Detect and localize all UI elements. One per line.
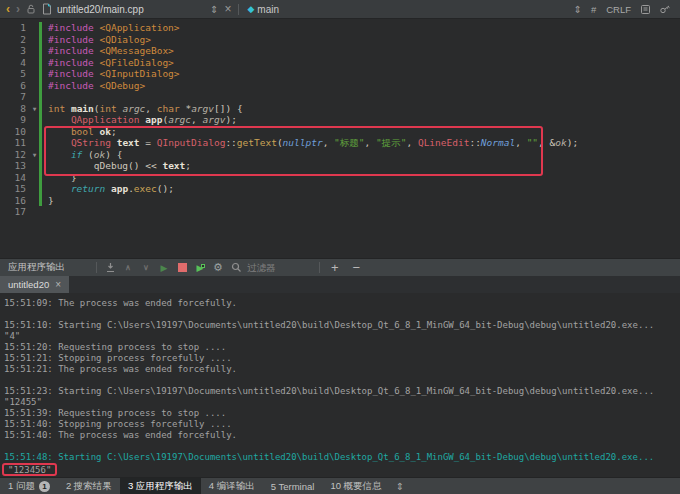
line-number[interactable]: 17 bbox=[0, 206, 30, 218]
line-ending-selector[interactable]: CRLF bbox=[602, 4, 635, 15]
stop-icon[interactable] bbox=[173, 259, 191, 277]
line-number[interactable]: 3 bbox=[0, 45, 30, 57]
line-number[interactable]: 12 bbox=[0, 149, 30, 161]
output-tab[interactable]: untitled20 × bbox=[0, 276, 69, 293]
next-item-icon[interactable]: ∨ bbox=[137, 259, 155, 277]
pin-icon[interactable] bbox=[23, 0, 39, 19]
code-line[interactable]: 11 QString text = QInputDialog::getText(… bbox=[0, 137, 680, 149]
line-number[interactable]: 16 bbox=[0, 195, 30, 207]
line-number[interactable]: 7 bbox=[0, 91, 30, 103]
fold-gutter bbox=[30, 137, 39, 149]
document-properties-icon[interactable] bbox=[637, 0, 654, 19]
panel-button-label: 1 问题 bbox=[8, 480, 35, 493]
line-column-indicator[interactable]: # bbox=[587, 4, 600, 15]
line-number[interactable]: 1 bbox=[0, 22, 30, 34]
output-pane-title: 应用程序输出 bbox=[0, 261, 92, 274]
output-log[interactable]: 15:51:09: The process was ended forceful… bbox=[0, 293, 680, 477]
code-line[interactable]: 9 QApplication app(argc, argv); bbox=[0, 114, 680, 126]
code-editor[interactable]: 1#include <QApplication>2#include <QDial… bbox=[0, 19, 680, 258]
line-number[interactable]: 8 bbox=[0, 103, 30, 115]
code-line[interactable]: 7 bbox=[0, 91, 680, 103]
forward-icon[interactable]: › bbox=[13, 0, 23, 19]
code-line[interactable]: 5#include <QInputDialog> bbox=[0, 68, 680, 80]
panel-button[interactable]: 3 应用程序输出 bbox=[120, 478, 201, 494]
run-icon[interactable]: ▶ bbox=[155, 259, 173, 277]
code-line[interactable]: 10 bool ok; bbox=[0, 126, 680, 138]
symbol-selector[interactable]: main bbox=[257, 4, 279, 15]
symbol-diamond-icon: ◆ bbox=[243, 4, 257, 14]
output-line bbox=[4, 309, 680, 320]
output-line bbox=[4, 441, 680, 452]
panel-button-label: 5 Terminal bbox=[271, 481, 315, 492]
line-number[interactable]: 10 bbox=[0, 126, 30, 138]
code-line[interactable]: 13 qDebug() << text; bbox=[0, 160, 680, 172]
line-number[interactable]: 9 bbox=[0, 114, 30, 126]
code-line[interactable]: 12▼ if (ok) { bbox=[0, 149, 680, 161]
panel-button[interactable]: 10 概要信息 bbox=[322, 478, 389, 494]
line-number[interactable]: 14 bbox=[0, 172, 30, 184]
panel-switcher-bar: 1 问题12 搜索结果3 应用程序输出4 编译输出5 Terminal10 概要… bbox=[0, 477, 680, 494]
fold-gutter bbox=[30, 45, 39, 57]
output-tab-close-icon[interactable]: × bbox=[55, 279, 61, 290]
output-line: "12455" bbox=[4, 397, 680, 408]
close-document-icon[interactable]: × bbox=[221, 0, 234, 19]
fold-gutter bbox=[30, 57, 39, 69]
panel-button[interactable]: 2 搜索结果 bbox=[58, 478, 120, 494]
code-line[interactable]: 15 return app.exec(); bbox=[0, 183, 680, 195]
code-text: bool ok; bbox=[42, 126, 117, 138]
zoom-out-icon[interactable]: − bbox=[346, 259, 368, 277]
line-number[interactable]: 5 bbox=[0, 68, 30, 80]
code-line[interactable]: 16} bbox=[0, 195, 680, 207]
line-number[interactable]: 2 bbox=[0, 34, 30, 46]
panel-button-label: 2 搜索结果 bbox=[66, 480, 112, 493]
code-text: #include <QMessageBox> bbox=[42, 45, 174, 57]
previous-item-icon[interactable]: ∧ bbox=[119, 259, 137, 277]
code-line[interactable]: 14 } bbox=[0, 172, 680, 184]
code-line[interactable]: 3#include <QMessageBox> bbox=[0, 45, 680, 57]
fold-marker-icon[interactable]: ▼ bbox=[30, 103, 39, 115]
line-number[interactable]: 11 bbox=[0, 137, 30, 149]
fold-marker-icon[interactable]: ▼ bbox=[30, 149, 39, 161]
output-line: 15:51:20: Requesting process to stop ...… bbox=[4, 342, 680, 353]
code-line[interactable]: 17 bbox=[0, 206, 680, 218]
fold-gutter bbox=[30, 206, 39, 218]
panel-button[interactable]: 1 问题1 bbox=[0, 478, 58, 494]
fold-gutter bbox=[30, 68, 39, 80]
panel-button[interactable]: 5 Terminal bbox=[263, 478, 323, 494]
back-icon[interactable]: ‹ bbox=[0, 0, 13, 19]
split-editor-icon[interactable]: ⇕ bbox=[571, 0, 585, 19]
code-text: #include <QDialog> bbox=[42, 34, 151, 46]
qt-creator-window: ‹ › untitled20/main.cpp ⇕ × ◆ main ⇕ # C… bbox=[0, 0, 680, 494]
document-dropdown-icon[interactable]: ⇕ bbox=[207, 0, 221, 19]
annotation-key-icon[interactable] bbox=[656, 0, 674, 19]
filter-input[interactable] bbox=[245, 261, 315, 274]
line-number[interactable]: 13 bbox=[0, 160, 30, 172]
zoom-in-icon[interactable]: + bbox=[324, 259, 346, 277]
code-line[interactable]: 6#include <QDebug> bbox=[0, 80, 680, 92]
settings-gear-icon[interactable]: ⚙ bbox=[209, 259, 227, 277]
line-number[interactable]: 4 bbox=[0, 57, 30, 69]
code-text: } bbox=[42, 172, 77, 184]
maximize-pane-icon[interactable]: ⇕ bbox=[390, 481, 410, 492]
fold-gutter bbox=[30, 172, 39, 184]
line-number[interactable]: 6 bbox=[0, 80, 30, 92]
output-line: 15:51:40: The process was ended forceful… bbox=[4, 430, 680, 441]
fold-gutter bbox=[30, 183, 39, 195]
fold-gutter bbox=[30, 80, 39, 92]
output-line: 15:51:10: Starting C:\Users\19197\Docume… bbox=[4, 320, 680, 331]
issue-count-badge: 1 bbox=[39, 481, 50, 492]
rerun-icon[interactable]: ▶ bbox=[191, 259, 209, 277]
scroll-to-end-icon[interactable] bbox=[101, 259, 119, 277]
fold-gutter bbox=[30, 34, 39, 46]
code-text bbox=[42, 91, 48, 103]
code-line[interactable]: 4#include <QFileDialog> bbox=[0, 57, 680, 69]
code-text: #include <QInputDialog> bbox=[42, 68, 180, 80]
code-line[interactable]: 1#include <QApplication> bbox=[0, 22, 680, 34]
divider bbox=[319, 262, 320, 273]
line-number[interactable]: 15 bbox=[0, 183, 30, 195]
open-document-title[interactable]: untitled20/main.cpp bbox=[57, 4, 207, 15]
output-line: 15:51:40: Stopping process forcefully ..… bbox=[4, 419, 680, 430]
code-line[interactable]: 8▼int main(int argc, char *argv[]) { bbox=[0, 103, 680, 115]
panel-button[interactable]: 4 编译输出 bbox=[201, 478, 263, 494]
code-line[interactable]: 2#include <QDialog> bbox=[0, 34, 680, 46]
